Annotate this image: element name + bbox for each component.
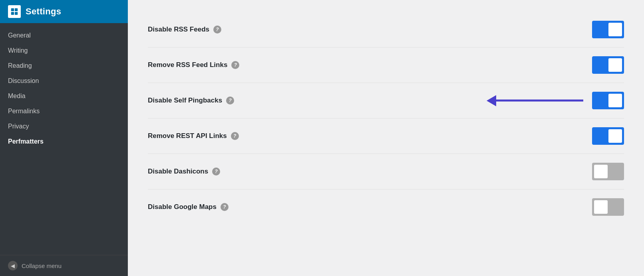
settings-label-text-disable-self-pingbacks: Disable Self Pingbacks [148,97,222,104]
sidebar-header: Settings [0,0,128,23]
settings-label-disable-rss-feeds: Disable RSS Feeds? [148,26,592,34]
svg-rect-3 [15,12,18,15]
arrow-head [487,95,496,106]
toggle-knob-disable-self-pingbacks [608,94,622,107]
help-icon-remove-rss-feed-links[interactable]: ? [231,61,239,69]
arrow-line [495,100,583,102]
settings-row-remove-rest-api-links: Remove REST API Links? [148,118,624,154]
settings-label-text-disable-google-maps: Disable Google Maps [148,203,217,211]
settings-row-disable-google-maps: Disable Google Maps? [148,189,624,225]
toggle-disable-google-maps[interactable] [592,198,624,216]
sidebar-item-media[interactable]: Media [0,89,128,104]
svg-rect-0 [11,8,14,11]
sidebar-item-perfmatters[interactable]: Perfmatters [0,134,128,149]
help-icon-disable-dashicons[interactable]: ? [212,168,220,175]
settings-row-disable-rss-feeds: Disable RSS Feeds? [148,12,624,47]
collapse-menu-button[interactable]: ◀ Collapse menu [0,255,128,276]
sidebar-nav: GeneralWritingReadingDiscussionMediaPerm… [0,23,128,255]
toggle-knob-disable-google-maps [594,200,608,214]
help-icon-disable-google-maps[interactable]: ? [221,203,229,211]
sidebar-title: Settings [26,6,61,17]
toggle-remove-rest-api-links[interactable] [592,127,624,145]
toggle-disable-dashicons[interactable] [592,163,624,180]
sidebar-item-permalinks[interactable]: Permalinks [0,104,128,119]
wordpress-logo [8,5,21,18]
sidebar-item-privacy[interactable]: Privacy [0,119,128,134]
arrow-annotation [495,100,583,102]
settings-row-disable-self-pingbacks: Disable Self Pingbacks? [148,83,624,118]
sidebar-item-general[interactable]: General [0,28,128,43]
settings-label-text-remove-rss-feed-links: Remove RSS Feed Links [148,61,227,69]
sidebar-item-writing[interactable]: Writing [0,43,128,58]
toggle-knob-remove-rest-api-links [608,129,622,143]
settings-label-disable-dashicons: Disable Dashicons? [148,168,592,175]
settings-label-remove-rest-api-links: Remove REST API Links? [148,132,592,140]
settings-label-remove-rss-feed-links: Remove RSS Feed Links? [148,61,592,69]
collapse-menu-label: Collapse menu [22,262,62,269]
collapse-arrow-icon: ◀ [8,261,18,270]
settings-row-disable-dashicons: Disable Dashicons? [148,154,624,189]
help-icon-disable-self-pingbacks[interactable]: ? [226,97,234,104]
toggle-knob-disable-dashicons [594,165,608,178]
sidebar-item-discussion[interactable]: Discussion [0,73,128,89]
toggle-remove-rss-feed-links[interactable] [592,56,624,74]
sidebar-item-reading[interactable]: Reading [0,58,128,73]
toggle-knob-remove-rss-feed-links [608,58,622,72]
settings-label-text-remove-rest-api-links: Remove REST API Links [148,132,227,140]
settings-row-remove-rss-feed-links: Remove RSS Feed Links? [148,47,624,83]
settings-label-disable-google-maps: Disable Google Maps? [148,203,592,211]
sidebar: Settings GeneralWritingReadingDiscussion… [0,0,128,276]
svg-rect-1 [15,8,18,11]
toggle-disable-self-pingbacks[interactable] [592,92,624,109]
svg-rect-2 [11,12,14,15]
settings-label-text-disable-dashicons: Disable Dashicons [148,168,208,175]
toggle-knob-disable-rss-feeds [608,23,622,36]
help-icon-disable-rss-feeds[interactable]: ? [213,26,221,34]
toggle-disable-rss-feeds[interactable] [592,21,624,38]
settings-label-text-disable-rss-feeds: Disable RSS Feeds [148,26,209,34]
help-icon-remove-rest-api-links[interactable]: ? [231,132,239,140]
main-content: Disable RSS Feeds?Remove RSS Feed Links?… [128,0,644,276]
